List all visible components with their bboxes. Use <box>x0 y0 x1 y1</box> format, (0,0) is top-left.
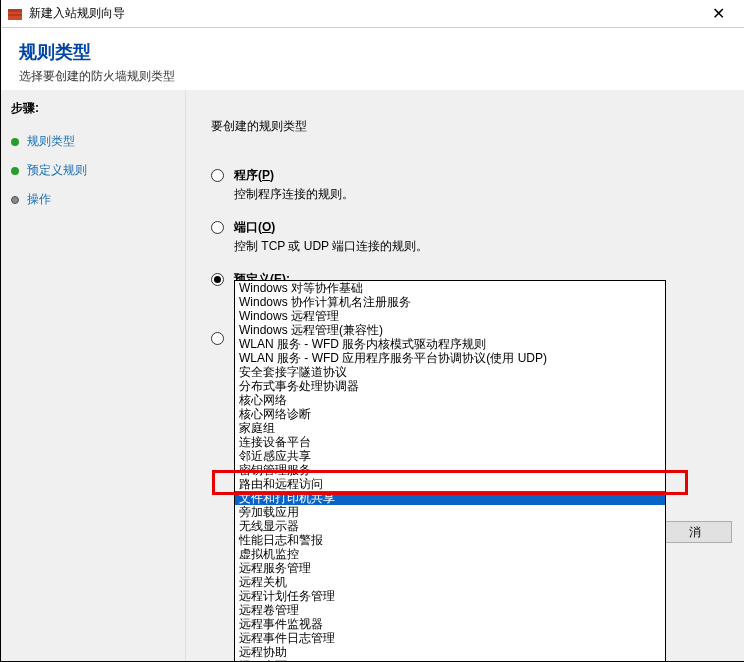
step-predefined-rules[interactable]: 预定义规则 <box>11 156 175 185</box>
radio-predefined[interactable] <box>211 273 224 286</box>
steps-heading: 步骤: <box>11 100 175 117</box>
dropdown-item[interactable]: 路由和远程访问 <box>235 477 665 491</box>
dropdown-item[interactable]: 文件和打印机共享 <box>235 491 665 505</box>
dropdown-item[interactable]: 连接设备平台 <box>235 435 665 449</box>
dropdown-item[interactable]: 远程计划任务管理 <box>235 589 665 603</box>
dropdown-item[interactable]: 核心网络诊断 <box>235 407 665 421</box>
dropdown-item[interactable]: WLAN 服务 - WFD 服务内核模式驱动程序规则 <box>235 337 665 351</box>
main-prompt: 要创建的规则类型 <box>211 118 724 135</box>
dropdown-item[interactable]: 核心网络 <box>235 393 665 407</box>
dropdown-item[interactable]: 无线显示器 <box>235 519 665 533</box>
page-title: 规则类型 <box>19 40 726 64</box>
dropdown-item[interactable]: WLAN 服务 - WFD 应用程序服务平台协调协议(使用 UDP) <box>235 351 665 365</box>
dropdown-item[interactable]: 分布式事务处理协调器 <box>235 379 665 393</box>
option-port[interactable]: 端口(O) 控制 TCP 或 UDP 端口连接的规则。 <box>211 219 724 255</box>
dropdown-item[interactable]: 家庭组 <box>235 421 665 435</box>
bullet-icon <box>11 167 19 175</box>
dropdown-item[interactable]: 旁加载应用 <box>235 505 665 519</box>
dropdown-item[interactable]: 远程卷管理 <box>235 603 665 617</box>
option-program-label: 程序(P) <box>234 167 354 184</box>
page-subtitle: 选择要创建的防火墙规则类型 <box>19 68 726 85</box>
step-label: 规则类型 <box>27 133 75 150</box>
dropdown-item[interactable]: 远程协助 <box>235 645 665 659</box>
option-program-desc: 控制程序连接的规则。 <box>234 186 354 203</box>
bullet-icon <box>11 196 19 204</box>
dropdown-item[interactable]: 远程事件监视器 <box>235 617 665 631</box>
step-rule-type[interactable]: 规则类型 <box>11 127 175 156</box>
close-button[interactable]: ✕ <box>698 0 738 28</box>
dropdown-item[interactable]: 远程事件日志管理 <box>235 631 665 645</box>
dropdown-item[interactable]: 安全套接字隧道协议 <box>235 365 665 379</box>
step-label: 预定义规则 <box>27 162 87 179</box>
dropdown-item[interactable]: Windows 远程管理(兼容性) <box>235 323 665 337</box>
predefined-dropdown-list[interactable]: Windows 对等协作基础Windows 协作计算机名注册服务Windows … <box>234 280 666 662</box>
option-port-label: 端口(O) <box>234 219 428 236</box>
svg-rect-2 <box>8 14 22 16</box>
bullet-icon <box>11 138 19 146</box>
radio-program[interactable] <box>211 169 224 182</box>
dropdown-item[interactable]: Windows 远程管理 <box>235 309 665 323</box>
cancel-button[interactable]: 消 <box>657 521 732 543</box>
svg-rect-1 <box>8 9 22 12</box>
step-action[interactable]: 操作 <box>11 185 175 214</box>
radio-custom[interactable] <box>211 332 224 345</box>
dropdown-item[interactable]: 远程关机 <box>235 575 665 589</box>
steps-sidebar: 步骤: 规则类型 预定义规则 操作 <box>1 90 186 661</box>
button-bar: 消 <box>657 521 732 543</box>
window-title: 新建入站规则向导 <box>29 5 698 22</box>
dropdown-item[interactable]: 密钥管理服务 <box>235 463 665 477</box>
dropdown-item[interactable]: Windows 对等协作基础 <box>235 281 665 295</box>
step-label: 操作 <box>27 191 51 208</box>
dropdown-item[interactable]: 远程服务管理 <box>235 561 665 575</box>
option-program[interactable]: 程序(P) 控制程序连接的规则。 <box>211 167 724 203</box>
dropdown-item[interactable]: 虚拟机监控 <box>235 547 665 561</box>
dropdown-item[interactable]: 邻近感应共享 <box>235 449 665 463</box>
firewall-icon <box>7 6 23 22</box>
title-bar: 新建入站规则向导 ✕ <box>1 0 744 28</box>
dropdown-item[interactable]: Windows 协作计算机名注册服务 <box>235 295 665 309</box>
radio-port[interactable] <box>211 221 224 234</box>
dropdown-item[interactable]: 性能日志和警报 <box>235 533 665 547</box>
option-port-desc: 控制 TCP 或 UDP 端口连接的规则。 <box>234 238 428 255</box>
